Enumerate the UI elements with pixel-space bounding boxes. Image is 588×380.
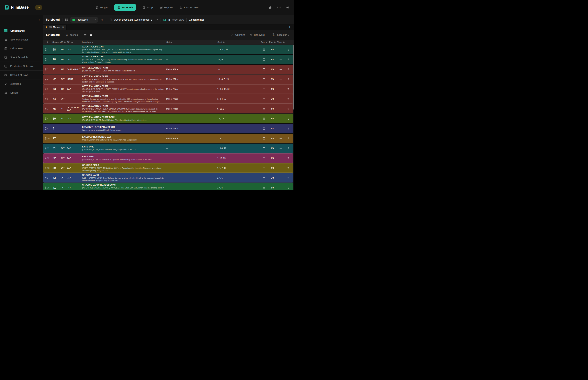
assign-day-icon[interactable] [260, 78, 268, 80]
assign-day-icon[interactable] [260, 68, 268, 71]
inspector-toggle[interactable]: i Inspector [270, 32, 291, 38]
delete-scene-icon[interactable] [285, 108, 292, 110]
drag-handle-icon[interactable] [44, 108, 47, 110]
delete-scene-icon[interactable] [285, 177, 292, 179]
col-header-set[interactable]: Set [166, 41, 217, 43]
sidebar-item-scene-allocator[interactable]: Scene Allocator [0, 35, 43, 44]
drag-handle-icon[interactable] [44, 48, 47, 51]
strip-view-icon[interactable] [90, 34, 93, 36]
scene-strip[interactable]: 14 43 EXT DAY GRAZING LAND (CLIFF, ZAMAN… [43, 173, 293, 183]
delete-scene-icon[interactable] [285, 78, 292, 80]
delete-scene-icon[interactable] [285, 48, 292, 51]
col-header-day[interactable]: Day [260, 41, 268, 43]
grid-view-icon[interactable] [65, 18, 68, 21]
assign-day-icon[interactable] [260, 167, 268, 169]
nav-item-script[interactable]: Script [143, 6, 153, 9]
delete-scene-icon[interactable] [285, 147, 292, 150]
assign-day-icon[interactable] [260, 187, 268, 189]
drag-handle-icon[interactable] [44, 88, 47, 90]
delete-scene-icon[interactable] [285, 157, 292, 159]
project-dropdown[interactable]: Queen Lobola D5 (Writers Bloc)II 3 [110, 18, 158, 21]
add-board-button[interactable]: + [100, 18, 104, 22]
delete-scene-icon[interactable] [285, 68, 292, 71]
scene-strip[interactable]: 13 39 EXT DAY GRAZING FIELD (CLIFF, ZAMA… [43, 163, 293, 173]
close-icon[interactable]: × [62, 26, 64, 29]
col-header-cast[interactable]: Cast [217, 41, 260, 43]
nav-item-reports[interactable]: Reports [160, 6, 173, 9]
scene-strip[interactable]: 1 68 INT DAY AGENT JOEY'S CAR (STATION C… [43, 45, 293, 54]
nav-item-cast-crew[interactable]: Cast & Crew [179, 6, 198, 9]
assign-day-icon[interactable] [260, 147, 268, 150]
assign-day-icon[interactable] [260, 48, 268, 51]
sidebar-collapse-icon[interactable]: ‹ [38, 18, 40, 22]
boneyard-button[interactable]: Boneyard [248, 33, 266, 37]
add-tab-button[interactable]: + [288, 25, 294, 29]
star-icon[interactable]: ★ [45, 26, 48, 29]
assign-day-icon[interactable] [260, 117, 268, 120]
scene-strip[interactable]: 2 78 INT DAY AGENT JOEY'S CAR (AGENT JOE… [43, 55, 293, 64]
assign-day-icon[interactable] [260, 127, 268, 130]
delete-scene-icon[interactable] [285, 58, 292, 61]
drag-handle-icon[interactable] [44, 177, 47, 179]
assign-day-icon[interactable] [260, 98, 268, 100]
home-icon[interactable] [268, 6, 272, 9]
sidebar-item-day-out-of-days[interactable]: Day out of Days [0, 70, 43, 79]
scene-strip[interactable]: 11 31 EXT DAY FARM ONE (FARMER 1, CLIFF,… [43, 144, 293, 153]
list-view-icon[interactable] [84, 34, 87, 36]
col-header-location[interactable]: Location [82, 41, 166, 43]
delete-scene-icon[interactable] [285, 167, 292, 169]
board-type-dropdown[interactable]: Production [70, 17, 98, 23]
delete-scene-icon[interactable] [285, 98, 292, 100]
user-avatar[interactable]: bz [35, 5, 42, 10]
sidebar-item-production-schedule[interactable]: Production Schedule [0, 62, 43, 70]
vertical-scrollbar[interactable] [293, 45, 294, 110]
nav-item-schedule[interactable]: Schedule [114, 4, 136, 11]
assign-day-icon[interactable] [260, 88, 268, 90]
drag-handle-icon[interactable] [44, 98, 47, 100]
optimize-button[interactable]: Optimize [230, 33, 246, 37]
scene-strip[interactable]: 15 41 EXT DAY GRAZING LAND/ ROADBLOCKS (… [43, 183, 293, 190]
tab-master[interactable]: ★ Master × [43, 25, 67, 30]
scene-strip[interactable]: 9 5 EXT.SOUTH AFRICAN AIRPORT We see a p… [43, 124, 293, 133]
help-icon[interactable]: ? [277, 6, 281, 9]
gear-icon[interactable] [286, 6, 290, 9]
assign-day-icon[interactable] [260, 58, 268, 61]
sidebar-item-shoot-schedule[interactable]: Shoot Schedule [0, 53, 43, 62]
col-header-time[interactable]: Time [277, 41, 285, 43]
scene-strip[interactable]: 6 74 EXT CATTLE AUCTION FARM Vusi and Za… [43, 94, 293, 104]
delete-scene-icon[interactable] [285, 187, 292, 189]
drag-handle-icon[interactable] [44, 78, 47, 80]
sidebar-item-locations[interactable]: Locations [0, 79, 43, 88]
delete-scene-icon[interactable] [285, 117, 292, 120]
drag-handle-icon[interactable] [44, 68, 47, 71]
drag-handle-icon[interactable] [44, 127, 47, 130]
sidebar-item-call-sheets[interactable]: Call Sheets [0, 44, 43, 53]
delete-scene-icon[interactable] [285, 127, 292, 130]
sidebar-item-drivers[interactable]: Drivers [0, 88, 43, 97]
scene-strip[interactable]: 10 17 EXT.ZULU RESIDENCE-DAY Outside Zam… [43, 134, 293, 143]
col-header-dn[interactable]: D/N [67, 41, 82, 43]
drag-handle-icon[interactable] [44, 147, 47, 150]
col-header-ie[interactable]: I/E [60, 41, 67, 43]
scene-strip[interactable]: 12 32 EXT DAY FARM TWO (FARMER 3, CLIFF … [43, 153, 293, 163]
assign-day-icon[interactable] [260, 137, 268, 140]
drag-handle-icon[interactable] [44, 167, 47, 169]
scene-strip[interactable]: 3 71 INT BARN - NIGHT CATTLE AUCTION FAR… [43, 65, 293, 74]
drag-handle-icon[interactable] [44, 157, 47, 159]
scene-strip[interactable]: 8 69 I/E DAY CATTLE AUCTION FARM/ BARN (… [43, 114, 293, 123]
nav-item-budget[interactable]: Budget [95, 6, 108, 9]
drag-handle-icon[interactable] [44, 117, 47, 120]
scenario-count[interactable]: 1 scenario(s) [189, 18, 204, 21]
scene-strip[interactable]: 5 73 INT DAY CATTLE AUCTION FARM (AUCTIO… [43, 84, 293, 94]
col-header-pgs[interactable]: Pgs [268, 41, 277, 43]
drag-handle-icon[interactable] [44, 137, 47, 140]
col-header-scene[interactable]: Scene [51, 41, 60, 43]
delete-scene-icon[interactable] [285, 137, 292, 140]
scene-strip[interactable]: 4 72 EXT NIGHT CATTLE AUCTION FARM (CLIF… [43, 75, 293, 84]
drag-handle-icon[interactable] [44, 187, 47, 189]
assign-day-icon[interactable] [260, 108, 268, 110]
sidebar-item-stripboards[interactable]: Stripboards [0, 26, 43, 35]
drag-handle-icon[interactable] [44, 58, 47, 61]
delete-scene-icon[interactable] [285, 88, 292, 90]
assign-day-icon[interactable] [260, 157, 268, 159]
